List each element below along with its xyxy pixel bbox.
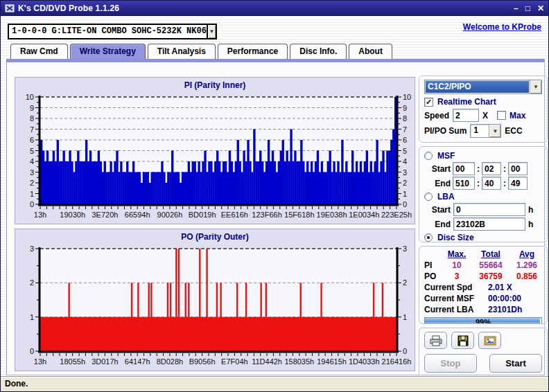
pipo-sum-arrow-button[interactable]: ▼: [489, 125, 500, 137]
realtime-chart-label: Realtime Chart: [437, 97, 496, 107]
svg-text:B9056h: B9056h: [189, 357, 216, 366]
realtime-chart-checkbox[interactable]: ✓: [424, 98, 433, 107]
po-chart-title: PO (Parity Outer): [15, 229, 415, 242]
minimize-button[interactable]: –: [514, 2, 518, 15]
msf-start-sec-input[interactable]: [482, 162, 501, 175]
lba-radio[interactable]: [424, 193, 433, 201]
svg-text:3: 3: [403, 168, 407, 177]
tab-bar: Raw Cmd Write Strategy Tilt Analysis Per…: [10, 44, 392, 60]
svg-text:64147h: 64147h: [125, 357, 150, 366]
close-button[interactable]: ✕: [537, 2, 544, 15]
speed-input[interactable]: [453, 109, 479, 122]
export-image-button[interactable]: [478, 332, 501, 349]
print-button[interactable]: [424, 332, 447, 349]
lba-end-input[interactable]: [453, 217, 525, 231]
pipo-sum-label: PI/PO Sum: [424, 126, 467, 136]
settings-group: C1C2/PIPO ▼ ✓ Realtime Chart Speed X: [419, 75, 548, 143]
svg-text:1: 1: [403, 313, 407, 321]
svg-text:5: 5: [30, 147, 34, 155]
svg-text:11D442h: 11D442h: [252, 357, 282, 366]
svg-text:2: 2: [403, 179, 407, 187]
window-title: K's CD/DVD Probe 1.1.26: [18, 3, 119, 13]
po-max-value: 3: [442, 271, 471, 282]
disc-size-radio[interactable]: [424, 233, 433, 242]
welcome-link[interactable]: Welcome to KProbe: [463, 22, 541, 32]
svg-text:8: 8: [30, 114, 34, 123]
progress-bar: 99%: [424, 317, 542, 324]
svg-text:2: 2: [403, 278, 407, 287]
tab-raw-cmd[interactable]: Raw Cmd: [10, 44, 68, 60]
msf-radio[interactable]: [424, 152, 433, 160]
lba-label: LBA: [437, 192, 455, 202]
svg-text:1D4033h: 1D4033h: [349, 357, 380, 366]
svg-text:1: 1: [30, 313, 34, 321]
save-button[interactable]: [451, 332, 474, 349]
floppy-disk-icon: [458, 335, 469, 346]
svg-text:66594h: 66594h: [125, 211, 150, 219]
tab-about[interactable]: About: [349, 44, 392, 60]
max-speed-checkbox[interactable]: [497, 111, 506, 120]
progress-bar-label: 99%: [425, 318, 541, 324]
pi-avg-value: 1.296: [510, 260, 543, 271]
tab-performance[interactable]: Performance: [218, 44, 288, 60]
msf-end-frame-input[interactable]: [508, 177, 528, 190]
svg-text:6: 6: [30, 136, 34, 144]
lba-start-input[interactable]: [453, 203, 525, 216]
svg-text:4: 4: [403, 157, 407, 166]
po-chart: 0011223313h18055h3D017h64147h8D028hB9056…: [15, 243, 415, 371]
stats-header-total: Total: [471, 249, 510, 260]
current-speed-value: 2.01 X: [488, 282, 512, 293]
speed-label: Speed: [424, 111, 449, 121]
drive-selector[interactable]: 1-0-0-0 G:LITE-ON COMBO SOHC-5232K NK06 …: [8, 24, 217, 39]
po-avg-value: 0.856: [510, 271, 543, 282]
speed-unit-label: X: [482, 111, 488, 121]
start-button[interactable]: Start: [489, 354, 542, 373]
svg-text:123F66h: 123F66h: [252, 211, 281, 219]
msf-start-label: Start: [424, 164, 451, 174]
svg-text:3E720h: 3E720h: [92, 211, 118, 219]
msf-end-min-input[interactable]: [453, 177, 475, 190]
app-window: K's CD/DVD Probe 1.1.26 – □ ✕ 1-0-0-0 G:…: [0, 0, 549, 392]
check-icon: ✓: [426, 98, 432, 107]
svg-text:BD019h: BD019h: [189, 211, 216, 219]
disc-size-label: Disc Size: [437, 233, 474, 242]
chevron-down-icon: ▼: [492, 128, 498, 134]
svg-text:1E0034h: 1E0034h: [349, 211, 379, 219]
po-total-value: 36759: [471, 271, 510, 282]
msf-end-sec-input[interactable]: [482, 177, 501, 190]
tab-write-strategy[interactable]: Write Strategy: [70, 44, 146, 60]
svg-text:5: 5: [403, 147, 407, 155]
svg-text:194615h: 194615h: [317, 357, 347, 366]
stats-group: Max. Total Avg PI 10 55664 1.296 PO 3 36…: [419, 246, 548, 324]
chevron-down-icon: ▼: [533, 84, 539, 90]
current-speed-label: Current Spd: [424, 282, 488, 293]
svg-text:10: 10: [26, 93, 34, 101]
mode-select-value: C1C2/PIPO: [426, 81, 529, 93]
msf-start-frame-input[interactable]: [508, 162, 528, 175]
svg-text:9: 9: [30, 104, 34, 112]
drive-selector-value: 1-0-0-0 G:LITE-ON COMBO SOHC-5232K NK06: [9, 25, 207, 38]
current-lba-label: Current LBA: [424, 304, 488, 315]
stop-button[interactable]: Stop: [424, 354, 477, 373]
svg-text:15F618h: 15F618h: [284, 211, 314, 219]
msf-label: MSF: [437, 151, 455, 161]
svg-text:3: 3: [403, 244, 407, 253]
tab-tilt-analysis[interactable]: Tilt Analysis: [148, 44, 216, 60]
drive-selector-arrow-button[interactable]: ▼: [207, 25, 216, 38]
svg-text:90026h: 90026h: [157, 211, 183, 219]
mode-select[interactable]: C1C2/PIPO ▼: [424, 80, 542, 94]
tab-disc-info[interactable]: Disc Info.: [290, 44, 347, 60]
mode-select-arrow-button[interactable]: ▼: [530, 80, 541, 93]
pipo-sum-select[interactable]: 1 ▼: [470, 124, 501, 138]
msf-start-min-input[interactable]: [453, 162, 475, 175]
current-msf-label: Current MSF: [424, 293, 488, 304]
pi-total-value: 55664: [471, 260, 510, 271]
status-text: Done.: [5, 379, 28, 389]
actions-group: Stop Start: [419, 328, 548, 383]
svg-text:4: 4: [30, 157, 34, 166]
svg-text:0: 0: [403, 200, 407, 208]
svg-text:6: 6: [403, 136, 407, 144]
maximize-button[interactable]: □: [525, 2, 530, 15]
pi-chart-panel: PI (Parity Inner) 0011223344556677889910…: [15, 77, 415, 224]
pi-max-value: 10: [442, 260, 471, 271]
